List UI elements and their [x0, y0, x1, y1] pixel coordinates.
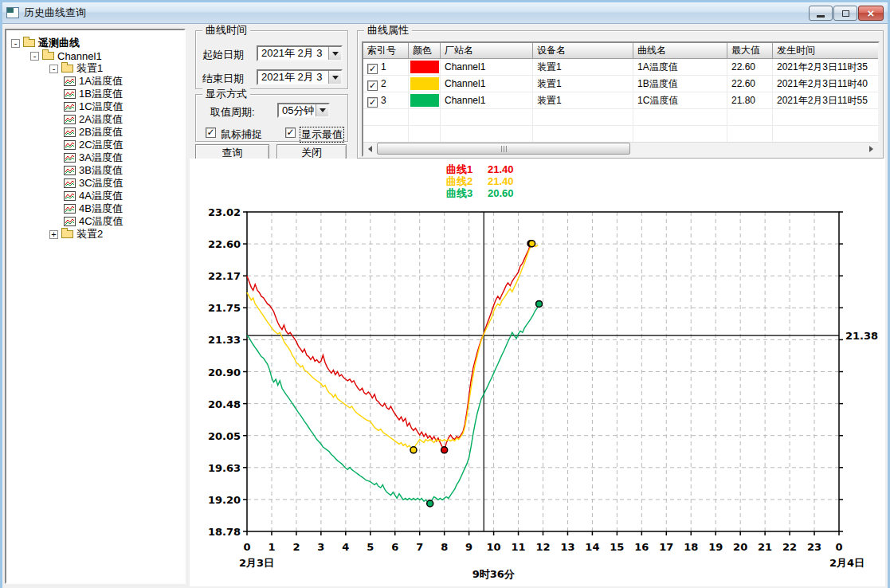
expand-toggle[interactable]: + — [49, 230, 58, 239]
table-cell: Channel1 — [441, 92, 533, 109]
row-checkbox[interactable]: ✓ — [367, 64, 378, 74]
tree-item-curve[interactable]: 4B温度值 — [8, 202, 182, 215]
tree-item-folder[interactable]: +装置2 — [8, 228, 182, 241]
grip-icon — [504, 146, 504, 152]
close-button[interactable]: × — [858, 6, 884, 21]
maximize-button[interactable] — [833, 6, 857, 21]
tree-item-curve[interactable]: 4A温度值 — [8, 190, 182, 202]
minimize-button[interactable] — [809, 6, 833, 21]
tree-item-curve[interactable]: 2C温度值 — [8, 139, 182, 151]
group-title: 曲线时间 — [202, 25, 250, 36]
right-arrow-icon — [869, 146, 873, 152]
x-tick-label: 2 — [292, 541, 300, 553]
tree-item-label: 装置2 — [76, 227, 103, 241]
table-cell: 装置1 — [533, 59, 633, 76]
table-row[interactable]: ✓2Channel1装置11B温度值22.602021年2月3日11时40 — [363, 76, 878, 92]
column-header[interactable]: 颜色 — [409, 43, 441, 59]
x-tick-label: 16 — [634, 541, 649, 553]
table-cell: ✓2 — [363, 76, 409, 92]
start-date-select[interactable]: 2021年 2月 3 — [257, 45, 343, 61]
series-line-2 — [247, 244, 538, 450]
row-checkbox[interactable]: ✓ — [367, 97, 378, 108]
x-tick-label: 11 — [511, 541, 525, 553]
curve-icon — [64, 153, 76, 163]
column-header[interactable]: 曲线名 — [633, 43, 727, 59]
tree-item-curve[interactable]: 3A温度值 — [8, 151, 182, 164]
maximize-icon — [842, 10, 849, 17]
table-cell: 22.60 — [727, 76, 773, 92]
h-scrollbar[interactable] — [363, 142, 878, 155]
scroll-right-button[interactable] — [865, 143, 878, 155]
table-row[interactable]: ✓1Channel1装置11A温度值22.602021年2月3日11时35 — [363, 59, 878, 76]
table-cell: ✓3 — [363, 92, 409, 109]
row-checkbox[interactable]: ✓ — [367, 80, 378, 91]
column-header[interactable]: 索引号 — [363, 43, 409, 59]
y-tick-label: 21.33 — [208, 334, 241, 346]
curve-icon — [64, 217, 76, 226]
max-marker-2 — [529, 241, 535, 247]
x-tick-label: 22 — [782, 541, 797, 553]
tree-item-curve[interactable]: 1B温度值 — [8, 88, 182, 100]
folder-icon — [23, 39, 35, 47]
column-header[interactable]: 厂站名 — [441, 43, 533, 59]
series-line-1 — [247, 244, 535, 450]
expand-toggle[interactable]: - — [49, 65, 58, 73]
tree-item-folder[interactable]: -遥测曲线 — [8, 37, 182, 49]
table-cell: 21.80 — [727, 92, 773, 109]
tree-item-curve[interactable]: 4C温度值 — [8, 215, 182, 228]
show-extremes-checkbox[interactable]: ✓ — [285, 127, 296, 138]
end-date-select[interactable]: 2021年 2月 3 — [257, 69, 343, 85]
x-tick-label: 0 — [835, 541, 842, 553]
scrollbar-track[interactable] — [377, 143, 865, 155]
x-date-left-label: 2月3日 — [239, 557, 274, 569]
column-header[interactable]: 设备名 — [533, 43, 633, 59]
column-header[interactable]: 最大值 — [727, 43, 773, 59]
tree-item-curve[interactable]: 1A温度值 — [8, 75, 182, 88]
column-header[interactable]: 发生时间 — [773, 43, 879, 59]
group-title: 曲线属性 — [364, 25, 412, 36]
table-cell — [409, 109, 441, 126]
dropdown-arrow-icon[interactable] — [316, 104, 328, 116]
chart-canvas[interactable]: 23.0222.6022.1721.7521.3320.9020.4820.05… — [190, 159, 885, 586]
curve-tree[interactable]: -遥测曲线-Channel1-装置11A温度值1B温度值1C温度值2A温度值2B… — [5, 29, 186, 584]
legend-value: 21.40 — [488, 163, 514, 175]
left-arrow-icon — [368, 146, 372, 152]
chart-panel: 曲线121.40 曲线221.40 曲线320.60 23.0222.6022.… — [190, 159, 885, 586]
curve-icon — [64, 166, 76, 175]
x-tick-label: 5 — [367, 541, 374, 553]
table-row[interactable]: ✓3Channel1装置11C温度值21.802021年2月3日11时55 — [363, 92, 878, 109]
tree-item-curve[interactable]: 1C温度值 — [8, 100, 182, 113]
period-select[interactable]: 05分钟 — [277, 103, 330, 118]
x-tick-label: 19 — [708, 541, 723, 553]
curve-properties-table: 索引号颜色厂站名设备名曲线名最大值发生时间 ✓1Channel1装置11A温度值… — [362, 41, 880, 157]
tree-item-curve[interactable]: 3C温度值 — [8, 177, 182, 190]
table-row[interactable] — [363, 109, 878, 126]
display-mode-group: 显示方式 取值周期: 05分钟 ✓ 鼠标捕捉 ✓ 显示最值 — [195, 94, 348, 142]
tree-item-curve[interactable]: 2B温度值 — [8, 126, 182, 139]
expand-toggle[interactable]: - — [11, 39, 20, 48]
tree-item-curve[interactable]: 2A温度值 — [8, 113, 182, 126]
title-bar[interactable]: 历史曲线查询 × — [2, 2, 888, 24]
chart-legend: 曲线121.40 曲线221.40 曲线320.60 — [446, 163, 514, 199]
dropdown-arrow-icon[interactable] — [328, 71, 341, 84]
expand-toggle[interactable]: - — [30, 52, 39, 61]
table-cell — [633, 126, 727, 143]
tree-item-curve[interactable]: 3B温度值 — [8, 164, 182, 177]
window: 历史曲线查询 × -遥测曲线-Channel1-装置11A温度值1B温度值1C温… — [0, 0, 890, 588]
curve-icon — [64, 89, 76, 99]
tree-item-folder[interactable]: -Channel1 — [8, 49, 182, 62]
mouse-capture-checkbox[interactable]: ✓ — [206, 127, 216, 138]
legend-name: 曲线1 — [446, 163, 488, 175]
max-marker-3 — [536, 300, 543, 307]
table-row[interactable] — [363, 126, 878, 143]
table-cell — [773, 126, 879, 143]
dropdown-arrow-icon[interactable] — [328, 47, 341, 60]
scroll-left-button[interactable] — [363, 143, 377, 155]
curve-icon — [64, 178, 76, 188]
tree-item-folder[interactable]: -装置1 — [8, 62, 182, 75]
min-marker-3 — [427, 500, 433, 507]
scrollbar-thumb[interactable] — [377, 143, 630, 155]
y-tick-label: 21.75 — [208, 302, 241, 314]
tree-item-label: Channel1 — [57, 50, 102, 62]
table-cell: 1A温度值 — [633, 59, 727, 76]
